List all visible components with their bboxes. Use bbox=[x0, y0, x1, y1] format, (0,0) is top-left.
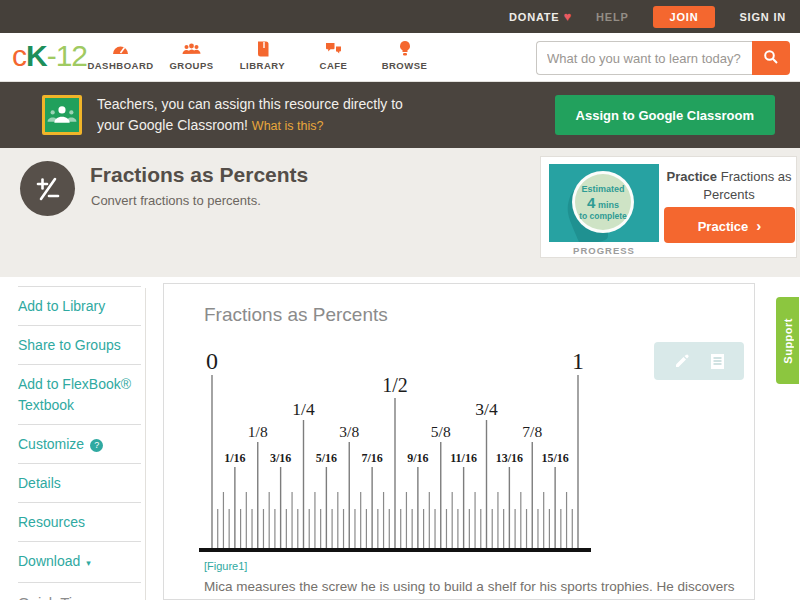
nav-item-groups[interactable]: GROUPS bbox=[156, 37, 227, 71]
svg-text:5/8: 5/8 bbox=[431, 423, 451, 440]
banner-line2: your Google Classroom! bbox=[97, 117, 248, 133]
donate-link[interactable]: DONATE♥ bbox=[509, 9, 572, 24]
sidebar-item-resources[interactable]: Resources bbox=[18, 503, 141, 542]
nav-bar: cK-12 DASHBOARD GROUPS LIBRARY bbox=[0, 33, 800, 82]
progress-label: PROGRESS bbox=[549, 245, 659, 256]
logo-suffix: -12 bbox=[47, 39, 87, 72]
svg-text:9/16: 9/16 bbox=[407, 451, 428, 465]
primary-nav: DASHBOARD GROUPS LIBRARY CAFE bbox=[85, 37, 440, 71]
figure-caption[interactable]: [Figure1] bbox=[204, 560, 247, 572]
practice-button-label: Practice bbox=[698, 219, 749, 234]
svg-text:7/8: 7/8 bbox=[522, 423, 542, 440]
sidebar-item-quick-tips[interactable]: Quick Tips bbox=[18, 583, 141, 600]
sidebar-item-details[interactable]: Details bbox=[18, 464, 141, 503]
svg-text:15/16: 15/16 bbox=[541, 451, 568, 465]
join-button[interactable]: JOIN bbox=[653, 6, 716, 28]
lesson-paragraph: Mica measures the screw he is using to b… bbox=[204, 577, 752, 600]
google-classroom-icon bbox=[42, 95, 82, 135]
practice-title-bold: Practice bbox=[666, 169, 717, 184]
practice-title: Practice Fractions as Percents bbox=[661, 168, 797, 204]
search-button[interactable] bbox=[752, 41, 790, 75]
cafe-icon bbox=[298, 40, 369, 58]
nav-item-library[interactable]: LIBRARY bbox=[227, 37, 298, 71]
logo-k: K bbox=[26, 39, 47, 72]
help-link[interactable]: HELP bbox=[596, 11, 629, 23]
sidebar-divider bbox=[145, 288, 146, 600]
svg-text:1/4: 1/4 bbox=[292, 399, 315, 419]
lesson-content-card: Fractions as Percents 011/21/43/41/83/85… bbox=[163, 283, 755, 600]
groups-icon bbox=[156, 40, 227, 58]
page-subtitle: Convert fractions to percents. bbox=[91, 193, 261, 208]
search-icon bbox=[763, 49, 779, 68]
chevron-right-icon: › bbox=[756, 217, 761, 234]
nav-item-browse[interactable]: BROWSE bbox=[369, 37, 440, 71]
ck12-page: DONATE♥ HELP JOIN SIGN IN cK-12 DASHBOAR… bbox=[0, 0, 800, 600]
download-label: Download bbox=[18, 553, 80, 569]
svg-text:7/16: 7/16 bbox=[361, 451, 382, 465]
page-title: Fractions as Percents bbox=[90, 163, 308, 187]
practice-thumbnail: Estimated 4 mins to complete bbox=[549, 164, 659, 242]
svg-text:1: 1 bbox=[572, 348, 584, 374]
content-heading: Fractions as Percents bbox=[204, 304, 388, 326]
assign-to-classroom-button[interactable]: Assign to Google Classroom bbox=[555, 95, 775, 135]
svg-text:3/16: 3/16 bbox=[270, 451, 291, 465]
practice-title-rest: Fractions as Percents bbox=[703, 169, 791, 202]
svg-text:1/16: 1/16 bbox=[224, 451, 245, 465]
nav-label: LIBRARY bbox=[227, 60, 298, 71]
sidebar-item-download[interactable]: Download▾ bbox=[18, 542, 141, 583]
browse-icon bbox=[369, 40, 440, 58]
banner-text: Teachers, you can assign this resource d… bbox=[97, 94, 403, 137]
top-bar: DONATE♥ HELP JOIN SIGN IN bbox=[0, 0, 800, 33]
notes-icon[interactable] bbox=[710, 353, 725, 370]
number-line-figure: 011/21/43/41/83/85/87/81/163/165/167/169… bbox=[197, 338, 593, 554]
svg-text:1/2: 1/2 bbox=[382, 374, 408, 396]
support-tab-label: Support bbox=[782, 318, 794, 364]
svg-text:0: 0 bbox=[206, 348, 218, 374]
action-sidebar: Add to Library Share to Groups Add to Fl… bbox=[18, 286, 141, 600]
classroom-banner: Teachers, you can assign this resource d… bbox=[0, 82, 800, 148]
search-bar bbox=[536, 41, 790, 75]
svg-text:5/16: 5/16 bbox=[316, 451, 337, 465]
lesson-header: Fractions as Percents Convert fractions … bbox=[0, 148, 800, 277]
support-tab[interactable]: Support bbox=[776, 297, 799, 384]
search-input[interactable] bbox=[536, 41, 752, 75]
sidebar-item-add-to-flexbook[interactable]: Add to FlexBook® Textbook bbox=[18, 365, 141, 425]
nav-item-cafe[interactable]: CAFE bbox=[298, 37, 369, 71]
svg-text:3/8: 3/8 bbox=[339, 423, 359, 440]
practice-card: Estimated 4 mins to complete PROGRESS Pr… bbox=[540, 156, 797, 258]
badge-unit: mins bbox=[595, 200, 619, 210]
sidebar-item-add-to-library[interactable]: Add to Library bbox=[18, 286, 141, 326]
ck12-logo[interactable]: cK-12 bbox=[12, 39, 87, 73]
nav-label: CAFE bbox=[298, 60, 369, 71]
svg-text:3/4: 3/4 bbox=[475, 399, 498, 419]
donate-label: DONATE bbox=[509, 11, 559, 23]
estimated-time-badge: Estimated 4 mins to complete bbox=[572, 171, 634, 233]
library-icon bbox=[227, 40, 298, 58]
nav-label: DASHBOARD bbox=[85, 60, 156, 71]
dashboard-icon bbox=[85, 40, 156, 58]
highlighter-icon[interactable] bbox=[673, 353, 690, 370]
svg-text:1/8: 1/8 bbox=[248, 423, 268, 440]
nav-label: GROUPS bbox=[156, 60, 227, 71]
heart-icon: ♥ bbox=[563, 9, 572, 24]
customize-label: Customize bbox=[18, 436, 84, 452]
practice-button[interactable]: Practice› bbox=[664, 207, 795, 243]
svg-text:13/16: 13/16 bbox=[496, 451, 523, 465]
what-is-this-link[interactable]: What is this? bbox=[252, 119, 324, 133]
sign-in-link[interactable]: SIGN IN bbox=[739, 11, 786, 23]
banner-line1: Teachers, you can assign this resource d… bbox=[97, 96, 403, 112]
help-question-icon[interactable]: ? bbox=[90, 439, 103, 452]
logo-c: c bbox=[12, 39, 26, 72]
nav-item-dashboard[interactable]: DASHBOARD bbox=[85, 37, 156, 71]
svg-text:11/16: 11/16 bbox=[450, 451, 477, 465]
sidebar-item-customize[interactable]: Customize? bbox=[18, 425, 141, 464]
caret-down-icon: ▾ bbox=[86, 558, 91, 568]
nav-label: BROWSE bbox=[369, 60, 440, 71]
annotation-toolbar bbox=[654, 342, 744, 380]
badge-line3: to complete bbox=[579, 211, 627, 221]
plus-minus-icon bbox=[20, 161, 75, 216]
sidebar-item-share-to-groups[interactable]: Share to Groups bbox=[18, 326, 141, 365]
badge-line1: Estimated bbox=[581, 184, 624, 194]
